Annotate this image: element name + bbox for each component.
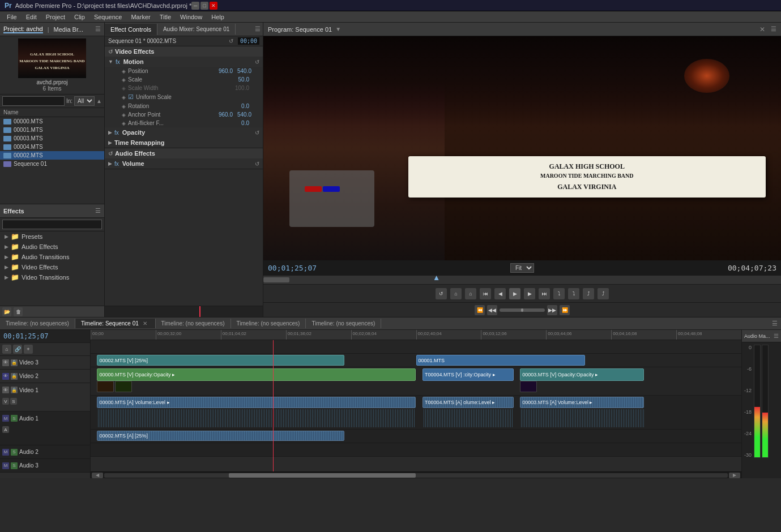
video3-track[interactable] xyxy=(91,340,741,354)
fast-forward-button[interactable]: ⏩ xyxy=(560,305,570,315)
audio3-track[interactable] xyxy=(91,443,741,457)
timeline-tab-2[interactable]: Timeline: (no sequences) xyxy=(156,319,231,328)
mark-out-button[interactable]: ⌂ xyxy=(465,288,476,299)
volume-group-header[interactable]: ▶ fx Volume ↺ xyxy=(105,158,263,169)
effects-menu-icon[interactable]: ☰ xyxy=(95,207,101,214)
file-item-00001[interactable]: 00001.MTS xyxy=(0,126,104,134)
file-item-00000[interactable]: 00000.MTS xyxy=(0,117,104,126)
file-item-00004[interactable]: 00004.MTS xyxy=(0,143,104,151)
v1-clip2[interactable]: T00004.MTS [V] :city:Opacity ▸ xyxy=(422,368,514,381)
reset-icon[interactable]: ↺ xyxy=(229,38,233,44)
audio-reset-icon[interactable]: ↺ xyxy=(108,151,113,157)
fx-toggle-opacity[interactable]: fx xyxy=(114,130,119,136)
v2-clip2[interactable]: 00001.MTS xyxy=(416,355,586,366)
solo-icon[interactable]: S xyxy=(11,449,18,456)
opacity-reset-icon[interactable]: ↺ xyxy=(255,130,259,136)
volume-reset-icon[interactable]: ↺ xyxy=(255,161,259,167)
a2-clip1[interactable]: 00002.MTS [A] [25%] xyxy=(97,431,344,441)
rewind-button[interactable]: ⏪ xyxy=(475,305,485,315)
play-stop-button[interactable]: ▶ xyxy=(509,288,520,299)
mark-in-button[interactable]: ⌂ xyxy=(450,288,462,299)
solo-icon[interactable]: S xyxy=(11,462,18,469)
mute-icon[interactable]: M xyxy=(2,415,9,422)
step-forward-button[interactable]: ▶ xyxy=(524,288,535,299)
menu-window[interactable]: Window xyxy=(176,12,207,22)
timeline-tab-3[interactable]: Timeline: (no sequences) xyxy=(231,319,306,328)
a1-clip1[interactable]: 00000.MTS [A] Volume:Level ▸ xyxy=(97,397,416,408)
track-output-btn[interactable]: V xyxy=(2,398,9,405)
go-to-in-button[interactable]: ⏮ xyxy=(480,288,491,299)
chevron-down-icon[interactable]: ▼ xyxy=(335,26,341,32)
a1-clip2[interactable]: T00004.MTS [A] olume:Level ▸ xyxy=(422,397,514,408)
pm-current-time[interactable]: 00;01;25;07 xyxy=(268,264,317,272)
step-back-button[interactable]: ◀ xyxy=(494,288,506,299)
play-reverse-button[interactable]: ◀◀ xyxy=(487,305,497,315)
reset-all-icon[interactable]: ↺ xyxy=(108,49,113,55)
menu-help[interactable]: Help xyxy=(207,12,229,22)
menu-sequence[interactable]: Sequence xyxy=(89,12,127,22)
timeline-tab-4[interactable]: Timeline: (no sequences) xyxy=(306,319,381,328)
menu-project[interactable]: Project xyxy=(41,12,70,22)
effects-delete-button[interactable]: 🗑 xyxy=(14,307,23,316)
effects-audio-transitions[interactable]: ▶ 📁 Audio Transitions xyxy=(0,252,104,262)
snap-button[interactable]: ⌂ xyxy=(2,345,11,354)
effects-audio-effects[interactable]: ▶ 📁 Audio Effects xyxy=(0,242,104,252)
go-to-out-button[interactable]: ⏭ xyxy=(539,288,550,299)
menu-clip[interactable]: Clip xyxy=(70,12,89,22)
solo-icon[interactable]: S xyxy=(11,415,18,422)
mute-icon[interactable]: M xyxy=(2,449,9,456)
panel-menu-icon[interactable]: ☰ xyxy=(253,25,263,33)
lock-icon[interactable]: 🔒 xyxy=(11,387,18,393)
lock-icon[interactable]: 🔒 xyxy=(11,359,18,366)
effects-video-transitions[interactable]: ▶ 📁 Video Transitions xyxy=(0,272,104,282)
menu-edit[interactable]: Edit xyxy=(22,12,41,22)
tab-effect-controls[interactable]: Effect Controls xyxy=(105,24,157,35)
file-item-sequence01[interactable]: Sequence 01 xyxy=(0,160,104,168)
eye-icon[interactable]: 👁 xyxy=(2,359,9,366)
close-button[interactable]: ✕ xyxy=(210,2,217,10)
time-remapping-header[interactable]: ▶ Time Remapping xyxy=(105,138,263,148)
timeline-tab-1[interactable]: Timeline: Sequence 01 ✕ xyxy=(75,319,156,328)
audio2-track[interactable]: 00002.MTS [A] [25%] xyxy=(91,430,741,443)
play-forward-button[interactable]: ▶▶ xyxy=(547,305,557,315)
tab-project[interactable]: Project: avchd xyxy=(3,25,43,33)
extract-button[interactable]: ⤴ xyxy=(598,288,609,299)
video1-track[interactable]: 00000.MTS [V] Opacity:Opacity ▸ T00004.M… xyxy=(91,367,741,396)
fx-toggle-volume[interactable]: fx xyxy=(114,161,119,167)
restore-button[interactable]: □ xyxy=(200,2,208,10)
add-track-button[interactable]: + xyxy=(24,345,33,354)
menu-file[interactable]: File xyxy=(2,12,22,22)
eye-icon[interactable]: 👁 xyxy=(2,373,9,380)
menu-marker[interactable]: Marker xyxy=(126,12,155,22)
mute-icon[interactable]: M xyxy=(2,462,9,469)
overwrite-button[interactable]: ⤵ xyxy=(568,288,579,299)
pm-close-icon[interactable]: ✕ xyxy=(759,25,765,33)
effects-presets[interactable]: ▶ 📁 Presets xyxy=(0,231,104,242)
uniform-scale-check[interactable]: ☑ xyxy=(128,93,134,101)
a1-clip3[interactable]: 00003.MTS [A] Volume:Level ▸ xyxy=(520,397,643,408)
link-button[interactable]: 🔗 xyxy=(13,345,22,354)
project-search-input[interactable] xyxy=(2,96,65,106)
timeline-timecode[interactable]: 00;01;25;07 xyxy=(0,330,90,343)
tab-audio-mixer[interactable]: Audio Mixer: Sequence 01 xyxy=(157,24,236,35)
audio-meter-menu[interactable]: ☰ xyxy=(774,333,779,339)
project-in-select[interactable]: All xyxy=(74,96,95,106)
scroll-up-icon[interactable]: ▲ xyxy=(96,98,102,104)
eye-icon[interactable]: 👁 xyxy=(2,387,9,393)
audio-a1-btn[interactable]: A xyxy=(2,426,9,433)
lock-icon[interactable]: 🔒 xyxy=(11,373,18,380)
video2-track[interactable]: 00002.MTS [V] [25%] 00001.MTS xyxy=(91,354,741,367)
lift-button[interactable]: ⤴ xyxy=(583,288,594,299)
pm-fit-select[interactable]: Fit xyxy=(510,263,534,273)
jog-slider[interactable] xyxy=(500,308,545,312)
motion-group-header[interactable]: ▼ fx Motion ↺ xyxy=(105,57,263,67)
v1-clip3[interactable]: 00003.MTS [V] Opacity:Opacity ▸ xyxy=(520,368,643,381)
minimize-button[interactable]: ─ xyxy=(191,2,199,10)
audio1-track[interactable]: 00000.MTS [A] Volume:Level ▸ T00004.MTS … xyxy=(91,396,741,430)
menu-title[interactable]: Title xyxy=(155,12,176,22)
v1-clip1[interactable]: 00000.MTS [V] Opacity:Opacity ▸ xyxy=(97,368,416,381)
motion-reset-icon[interactable]: ↺ xyxy=(255,59,259,65)
timeline-ruler[interactable]: 00;00 00;00;32;00 00;01;04;02 00;01;36;0… xyxy=(91,330,741,340)
file-item-00003[interactable]: 00003.MTS xyxy=(0,134,104,143)
timeline-scrollbar[interactable]: ◀ ▶ xyxy=(91,471,741,478)
